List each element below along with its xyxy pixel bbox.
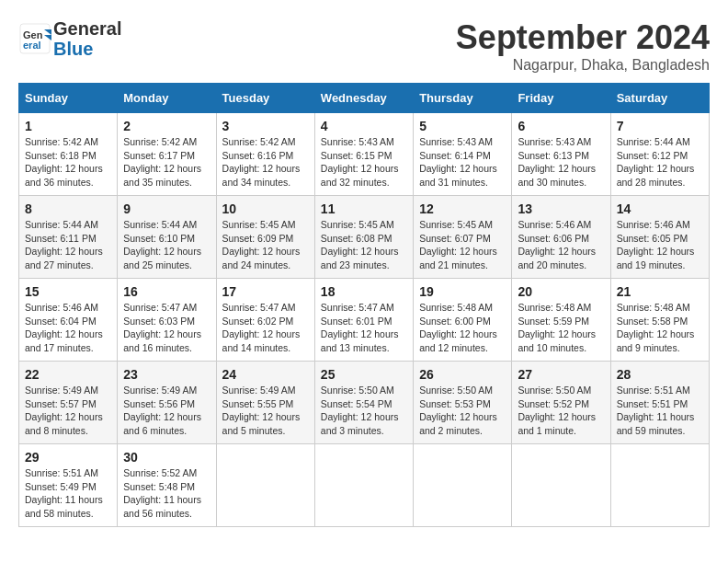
day-cell-22: 22 Sunrise: 5:49 AM Sunset: 5:57 PM Dayl…	[19, 362, 118, 444]
day-info-20: Sunrise: 5:48 AM Sunset: 5:59 PM Dayligh…	[518, 301, 604, 355]
day-number-1: 1	[25, 119, 111, 133]
day-cell-28: 28 Sunrise: 5:51 AM Sunset: 5:51 PM Dayl…	[610, 362, 709, 444]
empty-cell-w5-d3	[216, 444, 314, 527]
day-info-15: Sunrise: 5:46 AM Sunset: 6:04 PM Dayligh…	[25, 301, 111, 355]
day-info-28: Sunrise: 5:51 AM Sunset: 5:51 PM Dayligh…	[617, 384, 703, 438]
day-cell-16: 16 Sunrise: 5:47 AM Sunset: 6:03 PM Dayl…	[118, 279, 216, 362]
day-cell-15: 15 Sunrise: 5:46 AM Sunset: 6:04 PM Dayl…	[19, 279, 118, 362]
day-cell-26: 26 Sunrise: 5:50 AM Sunset: 5:53 PM Dayl…	[414, 362, 512, 444]
day-cell-17: 17 Sunrise: 5:47 AM Sunset: 6:02 PM Dayl…	[216, 279, 314, 362]
header-monday: Monday	[118, 84, 216, 113]
day-info-2: Sunrise: 5:42 AM Sunset: 6:17 PM Dayligh…	[123, 135, 210, 190]
month-title: September 2024	[456, 18, 710, 57]
day-info-18: Sunrise: 5:47 AM Sunset: 6:01 PM Dayligh…	[321, 301, 407, 355]
day-cell-11: 11 Sunrise: 5:45 AM Sunset: 6:08 PM Dayl…	[314, 196, 413, 279]
day-cell-4: 4 Sunrise: 5:43 AM Sunset: 6:15 PM Dayli…	[314, 113, 413, 196]
day-number-12: 12	[419, 201, 506, 216]
day-info-19: Sunrise: 5:48 AM Sunset: 6:00 PM Dayligh…	[419, 301, 506, 355]
day-number-11: 11	[321, 201, 407, 216]
logo-icon: Gen eral	[18, 22, 51, 55]
day-info-30: Sunrise: 5:52 AM Sunset: 5:48 PM Dayligh…	[123, 466, 210, 521]
day-cell-9: 9 Sunrise: 5:44 AM Sunset: 6:10 PM Dayli…	[118, 196, 216, 279]
day-info-9: Sunrise: 5:44 AM Sunset: 6:10 PM Dayligh…	[123, 218, 210, 272]
empty-cell-w5-d4	[314, 444, 413, 527]
day-info-23: Sunrise: 5:49 AM Sunset: 5:56 PM Dayligh…	[123, 384, 210, 438]
header-saturday: Saturday	[610, 84, 709, 113]
day-number-27: 27	[518, 367, 604, 382]
day-number-23: 23	[123, 367, 210, 382]
day-info-22: Sunrise: 5:49 AM Sunset: 5:57 PM Dayligh…	[25, 384, 111, 438]
day-number-21: 21	[617, 284, 703, 299]
page-header: Gen eral General Blue September 2024 Nag…	[18, 18, 710, 74]
calendar-week-3: 15 Sunrise: 5:46 AM Sunset: 6:04 PM Dayl…	[19, 279, 710, 362]
day-info-3: Sunrise: 5:42 AM Sunset: 6:16 PM Dayligh…	[222, 135, 309, 190]
day-info-16: Sunrise: 5:47 AM Sunset: 6:03 PM Dayligh…	[123, 301, 210, 355]
day-cell-19: 19 Sunrise: 5:48 AM Sunset: 6:00 PM Dayl…	[414, 279, 512, 362]
day-cell-1: 1 Sunrise: 5:42 AM Sunset: 6:18 PM Dayli…	[19, 113, 118, 196]
day-cell-27: 27 Sunrise: 5:50 AM Sunset: 5:52 PM Dayl…	[512, 362, 610, 444]
day-number-14: 14	[617, 201, 703, 216]
calendar-table: Sunday Monday Tuesday Wednesday Thursday…	[18, 83, 710, 527]
day-number-4: 4	[321, 119, 407, 133]
logo: Gen eral General Blue	[18, 18, 121, 59]
day-info-24: Sunrise: 5:49 AM Sunset: 5:55 PM Dayligh…	[222, 384, 309, 438]
day-cell-5: 5 Sunrise: 5:43 AM Sunset: 6:14 PM Dayli…	[414, 113, 512, 196]
day-number-3: 3	[222, 119, 309, 133]
day-info-11: Sunrise: 5:45 AM Sunset: 6:08 PM Dayligh…	[321, 218, 407, 272]
logo-blue-text: Blue	[53, 39, 121, 59]
day-cell-7: 7 Sunrise: 5:44 AM Sunset: 6:12 PM Dayli…	[610, 113, 709, 196]
day-number-29: 29	[25, 450, 111, 465]
day-number-5: 5	[419, 119, 506, 133]
day-info-14: Sunrise: 5:46 AM Sunset: 6:05 PM Dayligh…	[617, 218, 703, 272]
day-info-21: Sunrise: 5:48 AM Sunset: 5:58 PM Dayligh…	[617, 301, 703, 355]
day-info-6: Sunrise: 5:43 AM Sunset: 6:13 PM Dayligh…	[518, 135, 604, 190]
calendar-week-2: 8 Sunrise: 5:44 AM Sunset: 6:11 PM Dayli…	[19, 196, 710, 279]
calendar-header-row: Sunday Monday Tuesday Wednesday Thursday…	[19, 84, 710, 113]
day-cell-23: 23 Sunrise: 5:49 AM Sunset: 5:56 PM Dayl…	[118, 362, 216, 444]
day-number-2: 2	[123, 119, 210, 133]
header-tuesday: Tuesday	[216, 84, 314, 113]
day-number-19: 19	[419, 284, 506, 299]
day-cell-25: 25 Sunrise: 5:50 AM Sunset: 5:54 PM Dayl…	[314, 362, 413, 444]
day-cell-18: 18 Sunrise: 5:47 AM Sunset: 6:01 PM Dayl…	[314, 279, 413, 362]
day-info-10: Sunrise: 5:45 AM Sunset: 6:09 PM Dayligh…	[222, 218, 309, 272]
day-cell-8: 8 Sunrise: 5:44 AM Sunset: 6:11 PM Dayli…	[19, 196, 118, 279]
day-info-1: Sunrise: 5:42 AM Sunset: 6:18 PM Dayligh…	[25, 135, 111, 190]
day-info-27: Sunrise: 5:50 AM Sunset: 5:52 PM Dayligh…	[518, 384, 604, 438]
day-cell-30: 30 Sunrise: 5:52 AM Sunset: 5:48 PM Dayl…	[118, 444, 216, 527]
day-number-20: 20	[518, 284, 604, 299]
day-info-5: Sunrise: 5:43 AM Sunset: 6:14 PM Dayligh…	[419, 135, 506, 190]
calendar-week-4: 22 Sunrise: 5:49 AM Sunset: 5:57 PM Dayl…	[19, 362, 710, 444]
day-cell-12: 12 Sunrise: 5:45 AM Sunset: 6:07 PM Dayl…	[414, 196, 512, 279]
day-cell-21: 21 Sunrise: 5:48 AM Sunset: 5:58 PM Dayl…	[610, 279, 709, 362]
day-cell-24: 24 Sunrise: 5:49 AM Sunset: 5:55 PM Dayl…	[216, 362, 314, 444]
day-number-22: 22	[25, 367, 111, 382]
day-cell-10: 10 Sunrise: 5:45 AM Sunset: 6:09 PM Dayl…	[216, 196, 314, 279]
day-number-6: 6	[518, 119, 604, 133]
day-cell-3: 3 Sunrise: 5:42 AM Sunset: 6:16 PM Dayli…	[216, 113, 314, 196]
header-wednesday: Wednesday	[314, 84, 413, 113]
logo-general-text: General	[53, 18, 121, 39]
day-info-12: Sunrise: 5:45 AM Sunset: 6:07 PM Dayligh…	[419, 218, 506, 272]
day-info-7: Sunrise: 5:44 AM Sunset: 6:12 PM Dayligh…	[617, 135, 703, 190]
day-number-10: 10	[222, 201, 309, 216]
day-cell-13: 13 Sunrise: 5:46 AM Sunset: 6:06 PM Dayl…	[512, 196, 610, 279]
day-number-16: 16	[123, 284, 210, 299]
day-cell-2: 2 Sunrise: 5:42 AM Sunset: 6:17 PM Dayli…	[118, 113, 216, 196]
day-number-25: 25	[321, 367, 407, 382]
location: Nagarpur, Dhaka, Bangladesh	[456, 57, 710, 74]
day-number-8: 8	[25, 201, 111, 216]
calendar-week-1: 1 Sunrise: 5:42 AM Sunset: 6:18 PM Dayli…	[19, 113, 710, 196]
day-number-26: 26	[419, 367, 506, 382]
empty-cell-w5-d5	[414, 444, 512, 527]
header-sunday: Sunday	[19, 84, 118, 113]
day-info-25: Sunrise: 5:50 AM Sunset: 5:54 PM Dayligh…	[321, 384, 407, 438]
day-number-13: 13	[518, 201, 604, 216]
day-number-24: 24	[222, 367, 309, 382]
day-number-7: 7	[617, 119, 703, 133]
day-info-13: Sunrise: 5:46 AM Sunset: 6:06 PM Dayligh…	[518, 218, 604, 272]
day-info-8: Sunrise: 5:44 AM Sunset: 6:11 PM Dayligh…	[25, 218, 111, 272]
day-cell-29: 29 Sunrise: 5:51 AM Sunset: 5:49 PM Dayl…	[19, 444, 118, 527]
title-area: September 2024 Nagarpur, Dhaka, Banglade…	[456, 18, 710, 74]
day-number-28: 28	[617, 367, 703, 382]
